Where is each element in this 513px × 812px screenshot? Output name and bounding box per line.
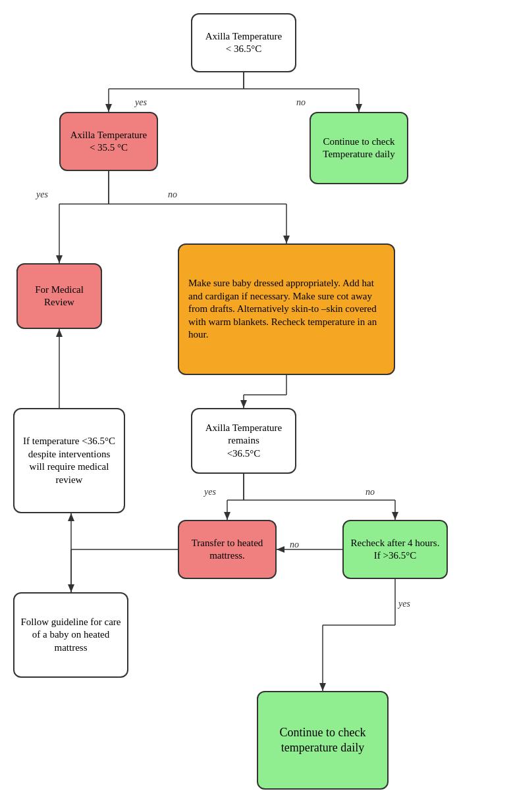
svg-marker-29 xyxy=(277,546,284,553)
label-yes-left3: yes xyxy=(204,487,216,497)
node-transfer: Transfer to heated mattress. xyxy=(178,520,277,579)
node-continue-daily-bottom: Continue to check temperature daily xyxy=(257,691,389,790)
svg-marker-23 xyxy=(224,512,230,520)
flowchart: yes no yes no yes no no yes Axilla Tempe… xyxy=(0,0,513,812)
node-recheck: Recheck after 4 hours. If >36.5°C xyxy=(342,520,448,579)
svg-marker-3 xyxy=(105,104,112,112)
svg-marker-39 xyxy=(68,513,74,521)
node-if-temp: If temperature <36.5°C despite intervent… xyxy=(13,408,125,513)
svg-marker-27 xyxy=(392,512,398,520)
label-no-right2: no xyxy=(168,190,177,200)
svg-marker-37 xyxy=(68,584,74,592)
label-yes-bottom: yes xyxy=(398,599,410,609)
node-make-sure: Make sure baby dressed appropriately. Ad… xyxy=(178,243,395,375)
svg-marker-11 xyxy=(56,255,63,263)
label-yes-left2: yes xyxy=(36,190,48,200)
node-follow-guideline: Follow guideline for care of a baby on h… xyxy=(13,592,128,678)
node-axilla-low: Axilla Temperature < 35.5 °C xyxy=(59,112,158,171)
node-continue-daily-top: Continue to check Temperature daily xyxy=(310,112,408,184)
svg-marker-7 xyxy=(356,104,362,112)
label-yes-left: yes xyxy=(135,97,147,108)
svg-marker-41 xyxy=(56,329,63,337)
svg-marker-15 xyxy=(283,236,290,243)
svg-marker-19 xyxy=(240,400,247,408)
label-no-arrow: no xyxy=(290,540,299,550)
label-no-right: no xyxy=(296,97,306,108)
label-no-right3: no xyxy=(365,487,375,497)
node-temp-remains: Axilla Temperature remains <36.5°C xyxy=(191,408,296,474)
node-top: Axilla Temperature < 36.5°C xyxy=(191,13,296,72)
svg-marker-33 xyxy=(319,683,326,691)
node-medical-review: For Medical Review xyxy=(16,263,102,329)
